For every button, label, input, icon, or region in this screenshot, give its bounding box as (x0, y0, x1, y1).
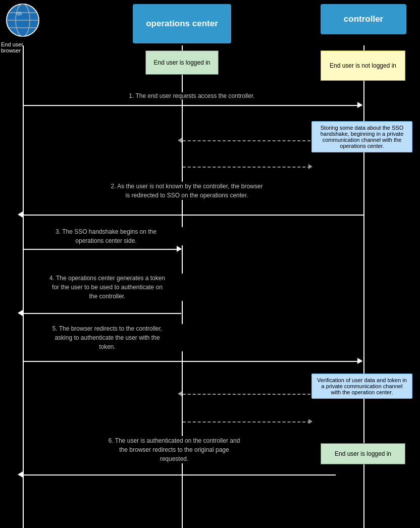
ctrl-state-logged-in: End user is logged in (321, 443, 405, 464)
ops-state-logged-in: End user is logged in (145, 50, 219, 75)
msg3-arrow (177, 246, 182, 252)
ops-participant: operations center (133, 4, 231, 43)
browser-lifeline (23, 45, 24, 528)
msg4-arrow (18, 310, 23, 316)
dashed4-line (183, 421, 310, 423)
msg5-label: 5. The browser redirects to the controll… (30, 324, 184, 351)
dashed4-arrow (308, 419, 312, 424)
sso-note: Storing some data about the SSO handshak… (311, 121, 412, 152)
msg2-arrow (18, 212, 23, 218)
dashed2-line (183, 167, 310, 168)
msg6-label: 6. The user is authenticated on the cont… (66, 436, 283, 463)
msg1-arrow (357, 102, 362, 108)
msg1-label: 1. The end user requests access the cont… (28, 92, 356, 99)
dashed1-arrow (178, 138, 182, 143)
msg4-line (23, 313, 181, 314)
msg3-label: 3. The SSO handshake begins on the opera… (28, 227, 184, 245)
dashed2-arrow (308, 164, 312, 169)
msg5-arrow (357, 358, 362, 364)
msg2-line (23, 215, 363, 216)
svg-point-6 (16, 12, 22, 16)
msg4-label: 4. The operations center generates a tok… (30, 274, 184, 301)
msg2-label: 2. As the user is not known by the contr… (30, 182, 343, 200)
msg6-line (23, 474, 336, 476)
ctrl-participant: controller (321, 4, 406, 34)
msg1-line (23, 105, 362, 106)
msg5-line (23, 361, 362, 362)
dashed3-line (183, 394, 310, 395)
ctrl-state-not-logged-in: End user is not logged in (321, 50, 405, 81)
sequence-diagram: End user browser operations center contr… (0, 0, 420, 528)
dashed3-arrow (178, 391, 182, 396)
browser-lifeline-bottom (23, 495, 23, 515)
msg6-arrow (18, 471, 23, 478)
browser-icon (5, 3, 40, 38)
dashed1-line (183, 140, 310, 141)
verification-note: Verification of user data and token in a… (311, 374, 412, 399)
msg3-line (23, 249, 181, 250)
